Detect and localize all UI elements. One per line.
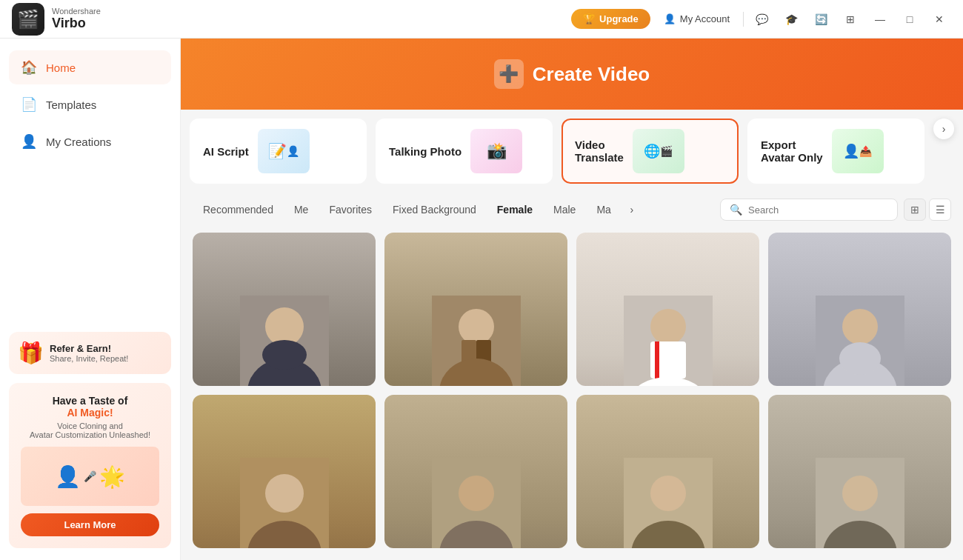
filter-tab-favorites[interactable]: Favorites bbox=[319, 199, 382, 220]
avatar-grid: Brandt-Casual Elena-Professional bbox=[181, 227, 963, 560]
filter-tab-female[interactable]: Female bbox=[487, 199, 543, 220]
templates-icon: 📄 bbox=[21, 96, 37, 113]
maximize-button[interactable]: □ bbox=[898, 7, 922, 31]
filter-tab-recommended[interactable]: Recommended bbox=[193, 199, 284, 220]
grid-view-button[interactable]: ⊞ bbox=[904, 199, 926, 221]
sidebar-my-creations-label: My Creations bbox=[46, 136, 111, 148]
refer-banner-text: Refer & Earn! Share, Invite, Repeat! bbox=[50, 343, 128, 363]
refer-title: Refer & Earn! bbox=[50, 343, 128, 354]
svg-rect-12 bbox=[655, 341, 659, 379]
talking-photo-title: Talking Photo bbox=[389, 145, 461, 158]
upgrade-icon: 🏆 bbox=[583, 13, 595, 24]
app-name: Wondershare Virbo bbox=[52, 7, 101, 31]
feature-card-ai-script[interactable]: AI Script 📝 👤 bbox=[190, 119, 367, 184]
create-video-text: Create Video bbox=[533, 63, 650, 86]
avatar-card-brandt[interactable]: Brandt-Casual bbox=[193, 233, 376, 386]
title-bar-right: 🏆 Upgrade 👤 My Account 💬 🎓 🔄 ⊞ — □ ✕ bbox=[571, 7, 951, 31]
svg-point-22 bbox=[459, 476, 494, 511]
avatar-card-row2a[interactable] bbox=[193, 395, 376, 548]
create-video-icon: ➕ bbox=[494, 59, 524, 89]
filter-more-button[interactable]: › bbox=[622, 199, 642, 220]
my-account-button[interactable]: 👤 My Account bbox=[656, 9, 737, 29]
avatar-card-elena[interactable]: Elena-Professional bbox=[384, 233, 567, 386]
talking-photo-text: Talking Photo bbox=[389, 145, 461, 158]
app-name-bottom: Virbo bbox=[52, 16, 101, 31]
svg-point-17 bbox=[839, 342, 881, 375]
sidebar-spacer bbox=[9, 161, 171, 323]
gift-icon[interactable]: 🎓 bbox=[779, 7, 803, 31]
video-translate-text: VideoTranslate bbox=[575, 139, 624, 164]
message-icon[interactable]: 💬 bbox=[750, 7, 773, 31]
account-icon: 👤 bbox=[664, 13, 676, 24]
ai-script-image: 📝 👤 bbox=[258, 129, 310, 173]
svg-point-19 bbox=[265, 474, 304, 513]
svg-point-15 bbox=[842, 309, 878, 344]
search-box: 🔍 bbox=[720, 199, 898, 221]
list-view-button[interactable]: ☰ bbox=[929, 199, 951, 221]
next-arrow-button[interactable]: › bbox=[933, 119, 954, 139]
avatar-card-row2b[interactable] bbox=[384, 395, 567, 548]
refer-subtitle: Share, Invite, Repeat! bbox=[50, 354, 128, 363]
video-translate-title: VideoTranslate bbox=[575, 139, 624, 164]
svg-point-5 bbox=[459, 309, 494, 344]
filter-tab-male[interactable]: Male bbox=[543, 199, 586, 220]
sidebar-item-home[interactable]: 🏠 Home bbox=[9, 50, 171, 84]
upgrade-label: Upgrade bbox=[599, 13, 639, 24]
search-icon: 🔍 bbox=[730, 204, 742, 216]
ai-magic-banner[interactable]: Have a Taste of AI Magic! Voice Cloning … bbox=[9, 383, 171, 548]
svg-point-3 bbox=[262, 340, 307, 370]
home-icon: 🏠 bbox=[21, 59, 37, 76]
feature-card-export-avatar[interactable]: ExportAvatar Only 👤 📤 bbox=[747, 119, 924, 184]
filter-tab-ma[interactable]: Ma bbox=[586, 199, 621, 220]
avatar-img-harper bbox=[768, 233, 951, 386]
refer-earn-banner[interactable]: 🎁 Refer & Earn! Share, Invite, Repeat! bbox=[9, 332, 171, 374]
sidebar-item-templates[interactable]: 📄 Templates bbox=[9, 87, 171, 121]
filter-tab-fixed-background[interactable]: Fixed Background bbox=[382, 199, 487, 220]
sidebar-templates-label: Templates bbox=[46, 99, 96, 111]
close-button[interactable]: ✕ bbox=[927, 7, 951, 31]
ai-script-title: AI Script bbox=[203, 145, 249, 158]
title-bar: 🎬 Wondershare Virbo 🏆 Upgrade 👤 My Accou… bbox=[0, 0, 963, 39]
sidebar-item-my-creations[interactable]: 👤 My Creations bbox=[9, 124, 171, 159]
search-input[interactable] bbox=[748, 204, 888, 216]
avatar-img-row2d bbox=[768, 395, 951, 548]
toolbar-divider bbox=[743, 12, 744, 27]
create-video-banner[interactable]: ➕ Create Video bbox=[181, 39, 963, 110]
gift-banner-icon: 🎁 bbox=[18, 341, 44, 365]
feature-card-video-translate[interactable]: VideoTranslate 🌐 🎬 bbox=[562, 119, 739, 184]
refresh-icon[interactable]: 🔄 bbox=[809, 7, 833, 31]
export-avatar-image: 👤 📤 bbox=[832, 129, 884, 173]
ai-magic-highlight: AI Magic! bbox=[67, 407, 113, 419]
title-bar-left: 🎬 Wondershare Virbo bbox=[12, 3, 101, 36]
grid-icon[interactable]: ⊞ bbox=[839, 7, 862, 31]
content-area: ➕ Create Video AI Script 📝 👤 Talking Pho… bbox=[181, 39, 963, 560]
upgrade-button[interactable]: 🏆 Upgrade bbox=[571, 9, 650, 29]
create-video-inner: ➕ Create Video bbox=[494, 59, 650, 89]
avatar-img-row2a bbox=[193, 395, 376, 548]
learn-more-button[interactable]: Learn More bbox=[21, 513, 159, 536]
feature-card-talking-photo[interactable]: Talking Photo 📸 bbox=[376, 119, 553, 184]
avatar-card-ruby[interactable]: Ruby-Games bbox=[576, 233, 759, 386]
svg-point-25 bbox=[650, 476, 686, 511]
avatar-img-brandt bbox=[193, 233, 376, 386]
avatar-card-row2c[interactable] bbox=[576, 395, 759, 548]
view-toggle: ⊞ ☰ bbox=[904, 199, 951, 221]
export-avatar-title: ExportAvatar Only bbox=[761, 139, 823, 164]
ai-script-text: AI Script bbox=[203, 145, 249, 158]
export-avatar-text: ExportAvatar Only bbox=[761, 139, 823, 164]
filter-tab-me[interactable]: Me bbox=[284, 199, 319, 220]
ai-magic-title: Have a Taste of AI Magic! bbox=[21, 395, 159, 419]
svg-point-10 bbox=[650, 309, 686, 344]
sidebar: 🏠 Home 📄 Templates 👤 My Creations 🎁 Refe… bbox=[0, 39, 181, 560]
avatar-img-row2c bbox=[576, 395, 759, 548]
my-creations-icon: 👤 bbox=[21, 133, 37, 150]
ai-magic-subtitle: Voice Cloning andAvatar Customization Un… bbox=[21, 421, 159, 439]
avatar-card-harper[interactable]: Harper-Promotion bbox=[768, 233, 951, 386]
feature-cards-row: AI Script 📝 👤 Talking Photo 📸 VideoTrans… bbox=[181, 110, 963, 193]
avatar-card-row2d[interactable] bbox=[768, 395, 951, 548]
my-account-label: My Account bbox=[680, 13, 730, 24]
minimize-button[interactable]: — bbox=[868, 7, 892, 31]
sidebar-home-label: Home bbox=[46, 61, 76, 74]
ai-magic-preview: 👤🎤🌟 bbox=[21, 447, 159, 506]
app-logo: 🎬 bbox=[12, 3, 44, 36]
